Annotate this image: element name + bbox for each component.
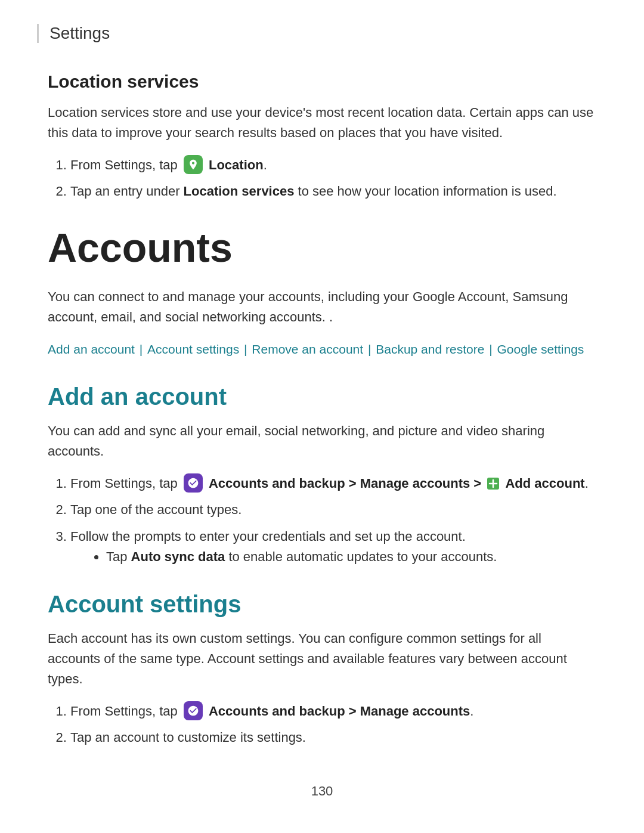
- accounts-icon-svg: [187, 477, 199, 489]
- auto-sync-bold: Auto sync data: [131, 549, 225, 564]
- account-settings-step-2: Tap an account to customize its settings…: [70, 727, 596, 748]
- accounts-icon-svg-2: [187, 705, 199, 717]
- add-account-step-1: From Settings, tap Accounts and backup >…: [70, 473, 596, 494]
- separator-2: |: [240, 342, 250, 356]
- account-settings-description: Each account has its own custom settings…: [48, 628, 596, 689]
- add-account-bullets: Tap Auto sync data to enable automatic u…: [106, 547, 596, 567]
- settings-title: Settings: [49, 24, 110, 42]
- link-google-settings[interactable]: Google settings: [497, 342, 584, 356]
- add-account-heading: Add an account: [48, 383, 596, 410]
- add-plus-icon: [486, 476, 500, 491]
- account-settings-heading: Account settings: [48, 591, 596, 618]
- link-account-settings[interactable]: Account settings: [147, 342, 239, 356]
- location-services-description: Location services store and use your dev…: [48, 103, 596, 143]
- add-account-bold-label: Add account: [505, 476, 584, 491]
- location-services-section: Location services Location services stor…: [48, 72, 596, 202]
- add-account-section: Add an account You can add and sync all …: [48, 383, 596, 567]
- accounts-links-line: Add an account | Account settings | Remo…: [48, 339, 596, 360]
- accounts-description: You can connect to and manage your accou…: [48, 287, 596, 327]
- location-bold-label: Location: [209, 157, 264, 172]
- add-account-description: You can add and sync all your email, soc…: [48, 421, 596, 462]
- accounts-manage-bold: Accounts and backup > Manage accounts: [209, 704, 470, 719]
- account-settings-steps-list: From Settings, tap Accounts and backup >…: [70, 701, 596, 748]
- accounts-backup-manage-label: Accounts and backup > Manage accounts >: [209, 476, 481, 491]
- accounts-and-backup-icon: [184, 473, 203, 493]
- add-account-steps-list: From Settings, tap Accounts and backup >…: [70, 473, 596, 566]
- page-container: Settings Location services Location serv…: [0, 0, 644, 833]
- accounts-icon-2: [184, 701, 203, 720]
- location-icon-svg: [187, 159, 199, 171]
- separator-4: |: [485, 342, 496, 356]
- add-account-step-3: Follow the prompts to enter your credent…: [70, 527, 596, 567]
- page-number: 130: [48, 784, 596, 799]
- link-backup-restore[interactable]: Backup and restore: [376, 342, 484, 356]
- location-services-bold: Location services: [184, 184, 295, 199]
- location-steps-list: From Settings, tap Location. Tap an entr…: [70, 155, 596, 202]
- location-step-1: From Settings, tap Location.: [70, 155, 596, 175]
- location-icon: [184, 155, 203, 174]
- auto-sync-bullet: Tap Auto sync data to enable automatic u…: [106, 547, 596, 567]
- link-remove-account[interactable]: Remove an account: [252, 342, 363, 356]
- separator-3: |: [364, 342, 374, 356]
- plus-icon-svg: [486, 476, 500, 491]
- link-add-account[interactable]: Add an account: [48, 342, 135, 356]
- account-settings-step-1: From Settings, tap Accounts and backup >…: [70, 701, 596, 721]
- separator-1: |: [136, 342, 146, 356]
- add-account-step-2: Tap one of the account types.: [70, 500, 596, 520]
- accounts-main-heading: Accounts: [48, 225, 596, 270]
- location-services-title: Location services: [48, 72, 596, 92]
- account-settings-section: Account settings Each account has its ow…: [48, 591, 596, 748]
- location-step-2: Tap an entry under Location services to …: [70, 181, 596, 202]
- settings-header: Settings: [37, 24, 596, 43]
